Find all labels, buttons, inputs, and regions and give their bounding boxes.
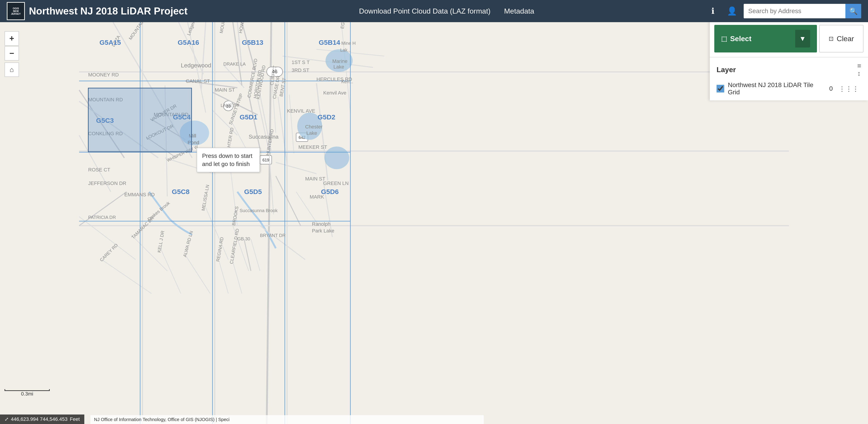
- nav-download[interactable]: Download Point Cloud Data (LAZ format): [359, 7, 491, 16]
- nav-links: Download Point Cloud Data (LAZ format) M…: [197, 7, 697, 16]
- panel-buttons: ⬚ Select ▼ ⊡ Clear: [710, 20, 868, 57]
- coordinates-bar: ⤢ 446,623.994 744,546.453 Feet: [0, 415, 84, 424]
- scale-bar: 0.3mi: [4, 389, 50, 397]
- select-label: Select: [730, 35, 751, 43]
- resize-icon: ⤢: [4, 416, 8, 422]
- map-tooltip: Press down to start and let go to finish: [197, 148, 260, 172]
- layer-count: 0: [829, 85, 833, 92]
- app-title: Northwest NJ 2018 LiDAR Project: [29, 5, 188, 17]
- user-button[interactable]: 👤: [725, 4, 739, 18]
- layer-name-label: Northwest NJ 2018 LiDAR Tile Grid: [728, 82, 826, 96]
- select-icon: ⬚: [721, 35, 727, 42]
- info-icon: ℹ: [711, 6, 715, 16]
- layer-section: Layer ≡↕ Northwest NJ 2018 LiDAR Tile Gr…: [710, 57, 868, 100]
- clear-button[interactable]: ⊡ Clear: [819, 25, 864, 53]
- search-input[interactable]: [744, 4, 845, 18]
- layer-row: Northwest NJ 2018 LiDAR Tile Grid 0 ⋮⋮⋮: [717, 82, 861, 96]
- search-button[interactable]: 🔍: [845, 4, 861, 18]
- select-button[interactable]: ⬚ Select ▼: [714, 25, 817, 53]
- logo-area: OGISNEWJERSEY Northwest NJ 2018 LiDAR Pr…: [7, 2, 188, 20]
- unit-label: Feet: [70, 416, 80, 422]
- search-icon: 🔍: [849, 7, 858, 15]
- layer-section-title: Layer: [717, 66, 736, 74]
- selection-rectangle: [88, 88, 192, 152]
- home-button[interactable]: ⌂: [4, 62, 19, 77]
- scale-line: [4, 389, 50, 391]
- tooltip-text: Press down to start and let go to finish: [202, 152, 252, 167]
- user-icon: 👤: [727, 6, 737, 16]
- clear-icon: ⊡: [829, 35, 834, 42]
- logo-box: OGISNEWJERSEY: [7, 2, 25, 20]
- layer-header: Layer ≡↕: [717, 62, 861, 77]
- nav-metadata[interactable]: Metadata: [504, 7, 534, 16]
- zoom-controls: + − ⌂: [4, 31, 19, 77]
- info-button[interactable]: ℹ: [706, 4, 720, 18]
- select-dropdown-arrow[interactable]: ▼: [795, 30, 810, 48]
- scale-label: 0.3mi: [4, 391, 50, 397]
- layer-filter-icon[interactable]: ≡↕: [857, 62, 861, 77]
- layer-checkbox[interactable]: [717, 85, 724, 92]
- header-right: ℹ 👤 🔍: [706, 4, 861, 18]
- attribution-bar: NJ Office of Information Technology, Off…: [90, 415, 484, 424]
- search-box: 🔍: [744, 4, 861, 18]
- coordinates-text: 446,623.994 744,546.453: [11, 416, 68, 422]
- zoom-out-button[interactable]: −: [4, 46, 19, 61]
- layer-more-button[interactable]: ⋮⋮⋮: [836, 84, 861, 94]
- zoom-in-button[interactable]: +: [4, 31, 19, 46]
- app-header: OGISNEWJERSEY Northwest NJ 2018 LiDAR Pr…: [0, 0, 868, 22]
- clear-label: Clear: [837, 35, 854, 43]
- attribution-text: NJ Office of Information Technology, Off…: [94, 417, 230, 422]
